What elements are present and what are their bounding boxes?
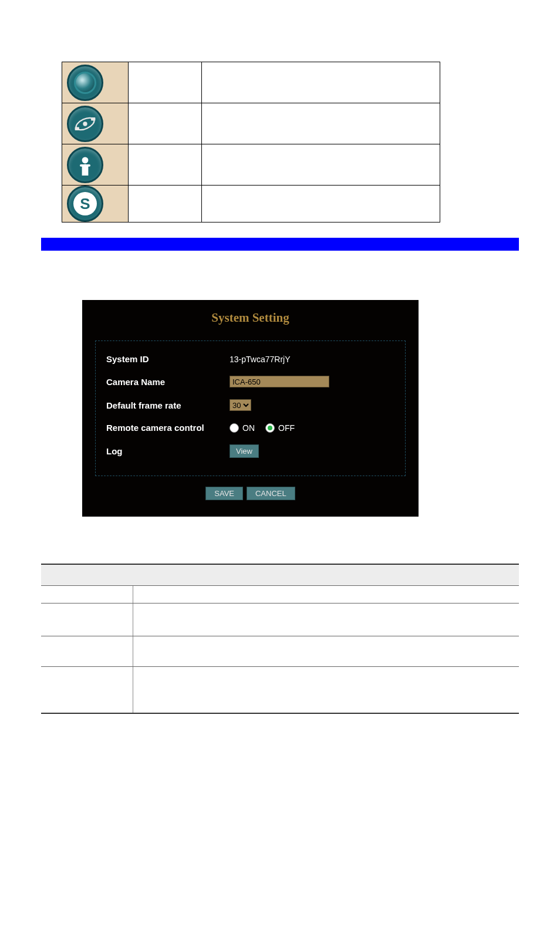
radio-on[interactable]: ON xyxy=(230,423,255,433)
radio-off-label: OFF xyxy=(278,423,295,433)
view-button[interactable]: View xyxy=(230,444,259,458)
section-divider-bar xyxy=(41,238,519,251)
param-cell-2 xyxy=(41,603,133,636)
frame-rate-select[interactable]: 30 xyxy=(230,399,251,411)
icon-cell-user xyxy=(62,144,129,186)
header-desc xyxy=(133,564,519,585)
radio-on-dot xyxy=(230,423,239,433)
svg-point-4 xyxy=(82,157,89,163)
name-cell-user xyxy=(128,144,201,186)
icon-cell-camera xyxy=(62,62,129,103)
svg-rect-2 xyxy=(91,117,95,121)
name-cell-camera xyxy=(128,62,201,103)
desc-cell-network xyxy=(201,103,440,144)
save-button[interactable]: SAVE xyxy=(205,487,243,500)
param-cell-4 xyxy=(41,666,133,713)
svg-rect-5 xyxy=(80,164,90,167)
desc-cell-4 xyxy=(133,666,519,713)
camera-name-input[interactable] xyxy=(230,376,329,387)
person-icon xyxy=(67,147,103,183)
desc-cell-1 xyxy=(133,585,519,603)
svg-point-3 xyxy=(83,122,87,126)
desc-cell-user xyxy=(201,144,440,186)
lens-icon xyxy=(67,65,103,101)
value-system-id: 13-pTwca77RrjY xyxy=(230,355,291,364)
panel-box: System ID 13-pTwca77RrjY Camera Name Def… xyxy=(95,340,406,476)
network-icon xyxy=(67,106,103,142)
icon-cell-network xyxy=(62,103,129,144)
desc-cell-2 xyxy=(133,603,519,636)
label-system-id: System ID xyxy=(106,354,230,364)
name-cell-network xyxy=(128,103,201,144)
parameter-description-table xyxy=(41,564,519,714)
label-frame-rate: Default frame rate xyxy=(106,400,230,410)
param-cell-1 xyxy=(41,585,133,603)
label-remote-control: Remote camera control xyxy=(106,423,230,433)
label-log: Log xyxy=(106,446,230,456)
radio-on-label: ON xyxy=(242,423,255,433)
desc-cell-camera xyxy=(201,62,440,103)
system-setting-panel: System Setting System ID 13-pTwca77RrjY … xyxy=(82,300,419,517)
s-icon: S xyxy=(67,186,103,222)
desc-cell-system xyxy=(201,186,440,222)
desc-cell-3 xyxy=(133,636,519,666)
label-camera-name: Camera Name xyxy=(106,377,230,387)
svg-rect-1 xyxy=(75,127,79,130)
icon-cell-system: S xyxy=(62,186,129,222)
radio-off-dot xyxy=(265,423,275,433)
header-param xyxy=(41,564,133,585)
radio-off[interactable]: OFF xyxy=(265,423,295,433)
name-cell-system xyxy=(128,186,201,222)
icon-table: S xyxy=(62,62,440,222)
panel-title: System Setting xyxy=(82,308,419,340)
cancel-button[interactable]: CANCEL xyxy=(247,487,295,500)
param-cell-3 xyxy=(41,636,133,666)
